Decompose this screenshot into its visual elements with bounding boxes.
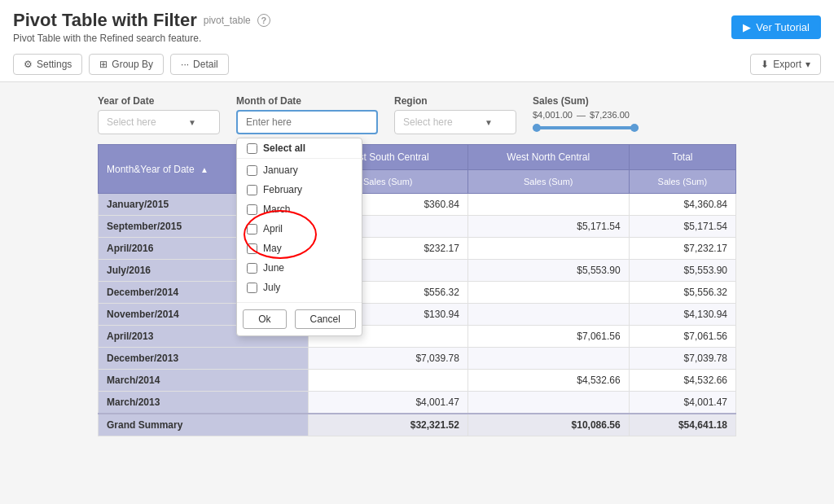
month-item-may[interactable]: May — [237, 239, 362, 258]
row-west — [467, 392, 629, 414]
select-all-item[interactable]: Select all — [237, 138, 362, 159]
tutorial-button[interactable]: ▶ Ver Tutorial — [731, 15, 821, 39]
region-filter-label: Region — [394, 95, 516, 107]
may-checkbox[interactable] — [247, 243, 257, 254]
sort-icon[interactable]: ▲ — [200, 165, 208, 174]
region-chevron-icon: ▼ — [485, 118, 493, 127]
page-title: Pivot Table with Filter pivot_table ? — [13, 10, 270, 31]
slider-right-handle[interactable] — [630, 124, 639, 132]
row-total: $7,061.56 — [629, 326, 735, 348]
slider-track — [533, 126, 639, 129]
pivot-table: Month&Year of Date ▲ East South Central … — [98, 144, 736, 436]
page-description: Pivot Table with the Refined search feat… — [13, 33, 270, 44]
table-row: July/2016 $5,553.90 $5,553.90 — [99, 260, 736, 282]
row-total: $7,232.17 — [629, 238, 735, 260]
slider-fill — [533, 126, 639, 129]
slider-left-handle[interactable] — [533, 124, 541, 132]
region-filter-group: Region Select here ▼ — [394, 95, 516, 134]
col-header-west: West North Central — [467, 145, 629, 170]
month-item-april[interactable]: April — [237, 219, 362, 239]
toolbar: ⚙ Settings ⊞ Group By ··· Detail ⬇ Expor… — [0, 47, 834, 82]
sales-filter-label: Sales (Sum) — [533, 95, 639, 107]
table-row: December/2013 $7,039.78 $7,039.78 — [99, 348, 736, 370]
row-date: March/2013 — [99, 392, 309, 414]
grand-east: $32,321.52 — [308, 414, 467, 436]
select-all-checkbox[interactable] — [247, 143, 257, 154]
group-icon: ⊞ — [99, 59, 108, 70]
year-chevron-icon: ▼ — [188, 118, 196, 127]
detail-button[interactable]: ··· Detail — [170, 54, 229, 75]
row-total: $5,556.32 — [629, 282, 735, 304]
row-date: March/2014 — [99, 370, 309, 392]
row-date: December/2013 — [99, 348, 309, 370]
year-select[interactable]: Select here ▼ — [98, 110, 220, 134]
month-item-august[interactable]: August — [237, 297, 362, 299]
row-total: $4,360.84 — [629, 194, 735, 216]
pivot-table-wrapper: Month&Year of Date ▲ East South Central … — [98, 144, 736, 436]
region-select[interactable]: Select here ▼ — [394, 110, 516, 134]
help-icon[interactable]: ? — [257, 14, 270, 27]
row-east: $4,001.47 — [308, 392, 467, 414]
row-east — [308, 370, 467, 392]
sales-slider[interactable] — [533, 123, 639, 133]
row-total: $4,001.47 — [629, 392, 735, 414]
grand-summary-row: Grand Summary $32,321.52 $10,086.56 $54,… — [99, 414, 736, 436]
table-row: September/2015 $5,171.54 $5,171.54 — [99, 216, 736, 238]
grand-west: $10,086.56 — [467, 414, 629, 436]
april-checkbox[interactable] — [247, 224, 257, 234]
row-west — [467, 238, 629, 260]
june-checkbox[interactable] — [247, 263, 257, 274]
month-list: January February March April — [237, 160, 362, 299]
january-checkbox[interactable] — [247, 165, 257, 176]
month-item-june[interactable]: June — [237, 258, 362, 278]
table-row: March/2014 $4,532.66 $4,532.66 — [99, 370, 736, 392]
col-subheader-total: Sales (Sum) — [629, 170, 735, 194]
row-west — [467, 282, 629, 304]
row-west — [467, 348, 629, 370]
table-row: December/2014 $556.32 $5,556.32 — [99, 282, 736, 304]
year-filter-group: Year of Date Select here ▼ — [98, 95, 220, 134]
dropdown-ok-button[interactable]: Ok — [243, 309, 286, 329]
row-west: $7,061.56 — [467, 326, 629, 348]
month-item-february[interactable]: February — [237, 180, 362, 199]
row-west — [467, 194, 629, 216]
month-item-july[interactable]: July — [237, 278, 362, 297]
table-row: March/2013 $4,001.47 $4,001.47 — [99, 392, 736, 414]
row-west: $5,171.54 — [467, 216, 629, 238]
settings-icon: ⚙ — [24, 59, 33, 70]
march-checkbox[interactable] — [247, 204, 257, 215]
month-item-march[interactable]: March — [237, 199, 362, 219]
settings-button[interactable]: ⚙ Settings — [13, 54, 82, 75]
row-west: $5,553.90 — [467, 260, 629, 282]
group-by-button[interactable]: ⊞ Group By — [89, 54, 164, 75]
month-filter-group: Month of Date Select all January — [236, 95, 378, 134]
table-row: April/2016 $232.17 $7,232.17 — [99, 238, 736, 260]
page-tag: pivot_table — [204, 15, 251, 26]
sales-range: $4,001.00 — $7,236.00 — [533, 110, 639, 120]
month-search-input[interactable] — [236, 110, 378, 134]
grand-total: $54,641.18 — [629, 414, 735, 436]
export-button[interactable]: ⬇ Export ▾ — [750, 54, 821, 75]
month-filter-label: Month of Date — [236, 95, 378, 107]
detail-icon: ··· — [181, 59, 189, 70]
row-total: $5,553.90 — [629, 260, 735, 282]
month-dropdown: Select all January February — [236, 138, 362, 336]
row-total: $5,171.54 — [629, 216, 735, 238]
dropdown-footer: Ok Cancel — [237, 302, 362, 332]
filters-row: Year of Date Select here ▼ Month of Date… — [98, 95, 736, 134]
row-east: $7,039.78 — [308, 348, 467, 370]
july-checkbox[interactable] — [247, 283, 257, 293]
dropdown-cancel-button[interactable]: Cancel — [295, 309, 356, 329]
year-filter-label: Year of Date — [98, 95, 220, 107]
month-item-january[interactable]: January — [237, 160, 362, 180]
sales-filter-group: Sales (Sum) $4,001.00 — $7,236.00 — [533, 95, 639, 133]
row-total: $4,130.94 — [629, 304, 735, 326]
export-icon: ⬇ — [761, 59, 769, 70]
col-header-total: Total — [629, 145, 735, 170]
row-total: $4,532.66 — [629, 370, 735, 392]
february-checkbox[interactable] — [247, 185, 257, 195]
play-icon: ▶ — [743, 21, 751, 33]
grand-summary-label: Grand Summary — [99, 414, 309, 436]
chevron-down-icon: ▾ — [805, 59, 810, 70]
table-row: April/2013 $7,061.56 $7,061.56 — [99, 326, 736, 348]
